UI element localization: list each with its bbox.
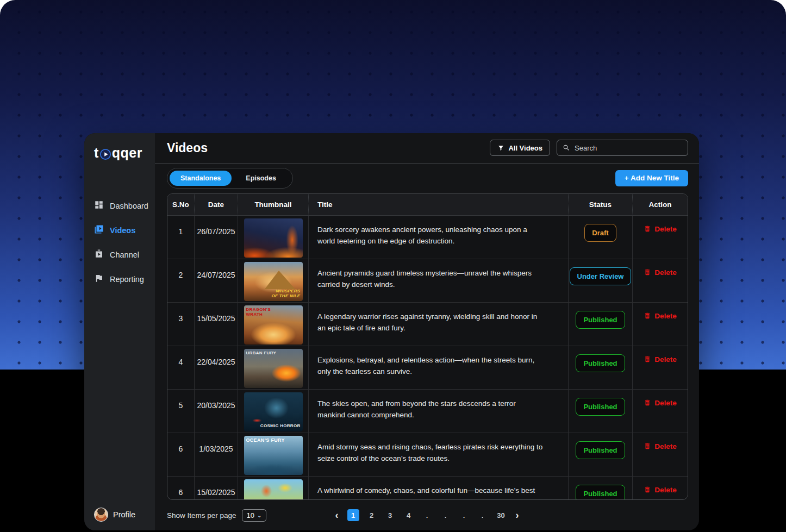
profile-label: Profile — [113, 510, 135, 519]
sidebar-item-reporting[interactable]: Reporting — [94, 273, 155, 285]
trash-icon — [644, 225, 651, 233]
pagination: ‹1234....30› — [333, 509, 521, 521]
app-window: t qqer DashboardVideosChannelReporting P… — [84, 133, 699, 530]
pagination-page-2[interactable]: 2 — [366, 509, 378, 521]
title-cell: Ancient pyramids guard timeless mysterie… — [309, 259, 569, 302]
sno-cell: 5 — [167, 390, 195, 433]
sidebar-item-label: Reporting — [110, 275, 144, 284]
thumbnail-title-text: COSMIC HORROR — [260, 424, 301, 429]
pagination-page-3[interactable]: 3 — [384, 509, 396, 521]
add-new-title-button[interactable]: + Add New Title — [615, 170, 688, 186]
table-row: 4 22/04/2025 URBAN FURY Explosions, betr… — [167, 346, 688, 390]
table-row: 6 1/03/2025 OCEAN’S FURY Amid stormy sea… — [167, 433, 688, 477]
action-cell: Delete — [633, 390, 688, 433]
sno-cell: 6 — [167, 433, 195, 476]
reporting-icon — [94, 273, 104, 285]
video-thumbnail[interactable] — [244, 479, 303, 500]
date-cell: 15/05/2025 — [195, 303, 238, 346]
search-input[interactable] — [575, 144, 682, 152]
page-header: Videos All Videos — [155, 133, 699, 164]
thumbnail-cell: OCEAN’S FURY — [238, 433, 309, 476]
date-cell: 15/02/2025 — [195, 477, 238, 500]
status-badge: Published — [576, 311, 625, 329]
pagination-ellipsis-dot[interactable]: . — [440, 509, 452, 521]
column-header-status: Status — [569, 194, 633, 215]
tab-episodes[interactable]: Episodes — [232, 171, 290, 186]
video-thumbnail[interactable]: DRAGON’S WRATH — [244, 305, 303, 345]
sno-cell: 4 — [167, 346, 195, 389]
title-cell: The skies open, and from beyond the star… — [309, 390, 569, 433]
pagination-ellipsis-dot[interactable]: . — [421, 509, 433, 521]
profile-button[interactable]: Profile — [94, 508, 155, 522]
items-per-page-value: 10 — [247, 511, 254, 520]
action-cell: Delete — [633, 433, 688, 476]
delete-button[interactable]: Delete — [644, 399, 677, 407]
pagination-next-button[interactable]: › — [514, 510, 521, 521]
tab-standalones[interactable]: Standalones — [170, 171, 232, 186]
date-cell: 24/07/2025 — [195, 259, 238, 302]
delete-button[interactable]: Delete — [644, 225, 677, 233]
videos-icon — [94, 224, 104, 236]
items-per-page-select[interactable]: 10 ⌄ — [242, 509, 267, 522]
sidebar: t qqer DashboardVideosChannelReporting P… — [84, 133, 155, 530]
status-cell: Published — [569, 390, 633, 433]
logo-prefix: t — [94, 145, 99, 161]
delete-button[interactable]: Delete — [644, 486, 677, 494]
all-videos-filter-button[interactable]: All Videos — [490, 140, 550, 156]
table-row: 3 15/05/2025 DRAGON’S WRATH A legendary … — [167, 303, 688, 346]
thumbnail-title-text: URBAN FURY — [246, 351, 277, 356]
status-badge: Published — [576, 354, 625, 372]
avatar — [94, 508, 108, 522]
trash-icon — [644, 442, 651, 450]
tabs-row: StandalonesEpisodes + Add New Title — [155, 164, 699, 193]
search-icon — [563, 144, 570, 152]
pagination-page-30[interactable]: 30 — [495, 509, 507, 521]
trash-icon — [644, 399, 651, 406]
table-footer: Show Items per page 10 ⌄ ‹1234....30› — [155, 500, 699, 530]
delete-button[interactable]: Delete — [644, 355, 677, 364]
thumbnail-title-text: OCEAN’S FURY — [246, 438, 285, 443]
videos-table: S.NoDateThumbnailTitleStatusAction 1 26/… — [167, 193, 688, 500]
sidebar-item-label: Channel — [110, 251, 139, 259]
thumbnail-cell: DRAGON’S WRATH — [238, 303, 309, 346]
sidebar-item-label: Dashboard — [110, 202, 148, 210]
trash-icon — [644, 312, 651, 320]
pagination-page-4[interactable]: 4 — [403, 509, 415, 521]
sidebar-item-videos[interactable]: Videos — [94, 224, 155, 236]
date-cell: 26/07/2025 — [195, 216, 238, 259]
pagination-ellipsis-dot[interactable]: . — [477, 509, 489, 521]
action-cell: Delete — [633, 303, 688, 346]
date-cell: 1/03/2025 — [195, 433, 238, 476]
video-thumbnail[interactable]: WHISPERS OF THE NILE — [244, 262, 303, 301]
video-thumbnail[interactable]: URBAN FURY — [244, 349, 303, 388]
page-title: Videos — [167, 141, 208, 155]
table-row: 1 26/07/2025 Dark sorcery awakens ancien… — [167, 216, 688, 259]
sidebar-item-dashboard[interactable]: Dashboard — [94, 200, 155, 211]
trash-icon — [644, 355, 651, 363]
sidebar-item-channel[interactable]: Channel — [94, 249, 155, 260]
status-cell: Published — [569, 477, 633, 500]
title-cell: Dark sorcery awakens ancient powers, unl… — [309, 216, 569, 259]
status-cell: Draft — [569, 216, 633, 259]
status-badge: Published — [576, 398, 625, 416]
thumbnail-cell — [238, 216, 309, 259]
pagination-page-1[interactable]: 1 — [347, 509, 359, 521]
thumbnail-title-text: WHISPERS OF THE NILE — [270, 289, 301, 299]
table-row: 5 20/03/2025 COSMIC HORROR The skies ope… — [167, 390, 688, 433]
delete-button[interactable]: Delete — [644, 268, 677, 277]
funnel-icon — [497, 145, 504, 152]
delete-button[interactable]: Delete — [644, 442, 677, 450]
trash-icon — [644, 268, 651, 276]
video-thumbnail[interactable] — [244, 218, 303, 258]
video-thumbnail[interactable]: COSMIC HORROR — [244, 392, 303, 431]
pagination-ellipsis-dot[interactable]: . — [458, 509, 470, 521]
tab-group: StandalonesEpisodes — [167, 168, 293, 189]
status-badge: Under Review — [570, 267, 632, 285]
video-thumbnail[interactable]: OCEAN’S FURY — [244, 436, 303, 475]
pagination-prev-button[interactable]: ‹ — [333, 510, 341, 521]
title-cell: A whirlwind of comedy, chaos, and colorf… — [309, 477, 569, 500]
status-cell: Under Review — [569, 259, 633, 302]
delete-button[interactable]: Delete — [644, 312, 677, 320]
table-row: 6 15/02/2025 A whirlwind of comedy, chao… — [167, 477, 688, 500]
channel-icon — [94, 249, 104, 260]
